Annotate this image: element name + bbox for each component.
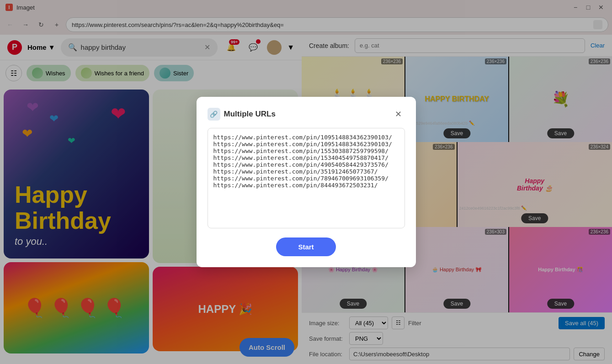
modal-title-wrap: 🔗 Multiple URLs: [208, 108, 276, 121]
modal-footer: Start: [208, 237, 405, 256]
modal-urls-textarea[interactable]: [208, 128, 405, 228]
start-button[interactable]: Start: [276, 237, 335, 256]
modal-icon: 🔗: [208, 108, 220, 121]
modal-header: 🔗 Multiple URLs ✕: [208, 108, 405, 121]
modal-title: Multiple URLs: [224, 110, 276, 119]
link-icon: 🔗: [210, 111, 218, 118]
modal-overlay: 🔗 Multiple URLs ✕ Start: [0, 0, 612, 364]
modal-close-button[interactable]: ✕: [392, 108, 405, 121]
multiple-urls-modal: 🔗 Multiple URLs ✕ Start: [197, 97, 416, 267]
